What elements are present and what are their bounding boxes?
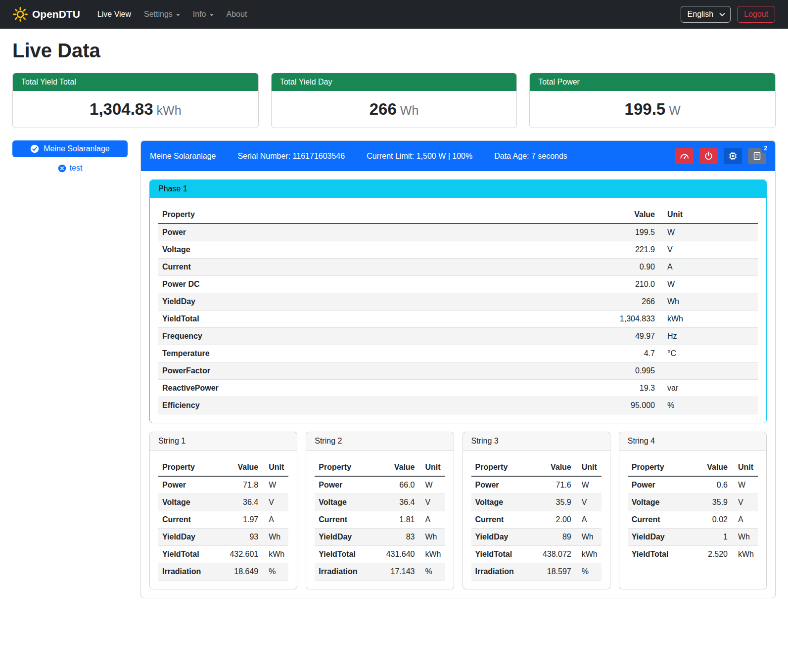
value-cell: 83 [382,529,419,546]
value-cell: 0.995 [595,362,659,380]
strings-row: String 1 Property Value Unit [149,432,767,589]
logout-button[interactable]: Logout [737,6,775,23]
table-header-row: Property Value Unit [158,206,758,224]
summary-card-unit: W [669,103,681,117]
unit-cell: A [419,511,445,529]
value-cell: 266 [595,293,659,311]
property-cell: Irradiation [158,563,226,581]
value-cell: 1 [695,529,732,546]
value-cell: 17.143 [382,563,419,581]
value-cell: 89 [539,529,575,546]
table-row: Power DC210.0W [158,276,758,293]
table-row: Irradiation17.143% [315,563,445,581]
brand-link[interactable]: OpenDTU [13,7,80,22]
table-row: YieldTotal438.072kWh [471,546,602,563]
nav-item-info[interactable]: Info [186,6,220,23]
summary-card-unit: Wh [400,103,419,117]
table-row: Frequency49.97Hz [158,328,758,345]
check-circle-icon [30,144,39,153]
table-row: YieldTotal432.601kWh [158,546,288,563]
value-cell: 2.520 [695,546,732,563]
value-cell: 4.7 [595,345,659,362]
unit-cell: V [262,494,288,511]
value-cell: 2.00 [539,511,575,529]
unit-cell: var [659,380,758,397]
unit-cell: kWh [575,546,602,563]
event-log-button[interactable]: 2 [748,148,766,164]
unit-cell: kWh [659,311,758,328]
value-cell: 0.90 [595,259,659,276]
column-header-unit: Unit [732,459,758,476]
phase-1-panel: Phase 1 Property Value Unit [149,179,767,423]
property-cell: Power [471,476,539,494]
language-selected-value: English [688,10,713,19]
unit-cell: kWh [732,546,758,563]
table-row: Current1.97A [158,511,288,529]
column-header-unit: Unit [575,459,602,476]
table-row: YieldTotal1,304.833kWh [158,311,758,328]
value-cell: 0.02 [695,511,732,529]
property-cell: Voltage [158,241,595,259]
property-cell: Current [315,511,382,529]
inverter-select-button[interactable]: Meine Solaranlage [12,140,128,157]
property-cell: YieldTotal [158,546,226,563]
inverter-serial-number: Serial Number: 116171603546 [237,152,345,161]
unit-cell: A [262,511,288,529]
unit-cell [659,362,758,380]
column-header-unit: Unit [419,459,445,476]
table-row: Efficiency95.000% [158,397,758,414]
property-cell: Irradiation [471,563,539,581]
nav-item-about[interactable]: About [220,6,254,23]
column-header-value: Value [539,459,575,476]
summary-card-title: Total Yield Total [13,73,258,91]
sidebar-item-test-label: test [70,164,83,173]
summary-card-value: 199.5 [625,100,666,118]
value-cell: 18.649 [226,563,262,581]
property-cell: Temperature [158,345,595,362]
table-row: Power199.5W [158,224,758,241]
table-row: Irradiation18.597% [471,563,602,581]
column-header-unit: Unit [262,459,288,476]
column-header-value: Value [226,459,262,476]
sidebar-item-test[interactable]: test [12,164,128,173]
property-cell: Efficiency [158,397,595,414]
unit-cell: % [659,397,758,414]
column-header-property: Property [471,459,539,476]
string-4-card: String 4 Property Value Unit [619,432,767,589]
summary-card-value: 1,304.83 [90,100,153,118]
summary-card-total-yield-total: Total Yield Total 1,304.83kWh [12,73,259,128]
unit-cell: V [419,494,445,511]
property-cell: YieldTotal [315,546,382,563]
value-cell: 1,304.833 [595,311,659,328]
table-header-row: Property Value Unit [471,459,602,476]
unit-cell: W [732,476,758,494]
table-header-row: Property Value Unit [158,459,288,476]
property-cell: YieldDay [158,529,226,546]
nav-item-settings[interactable]: Settings [138,6,186,23]
string-3-card: String 3 Property Value Unit [463,432,610,589]
table-header-row: Property Value Unit [628,459,758,476]
unit-cell: V [732,494,758,511]
page-title: Live Data [12,40,776,62]
value-cell: 19.3 [595,380,659,397]
inverter-select-label: Meine Solaranlage [44,144,109,153]
property-cell: YieldDay [628,529,695,546]
sun-icon [13,7,28,22]
table-row: Voltage35.9V [471,494,602,511]
string-1-card: String 1 Property Value Unit [149,432,297,589]
limit-settings-button[interactable] [675,148,694,164]
nav-item-live-view[interactable]: Live View [91,6,138,23]
value-cell: 66.0 [382,476,419,494]
unit-cell: Wh [575,529,602,546]
string-3-table: Property Value Unit Power71.6W Voltage35… [471,459,602,581]
table-row: Power71.8W [158,476,288,494]
value-cell: 35.9 [695,494,732,511]
power-toggle-button[interactable] [699,148,718,164]
value-cell: 1.81 [382,511,419,529]
language-select[interactable]: English [681,6,731,23]
table-row: YieldTotal2.520kWh [628,546,758,563]
value-cell: 93 [226,529,262,546]
device-info-button[interactable] [724,148,742,164]
value-cell: 1.97 [226,511,262,529]
property-cell: Voltage [628,494,695,511]
